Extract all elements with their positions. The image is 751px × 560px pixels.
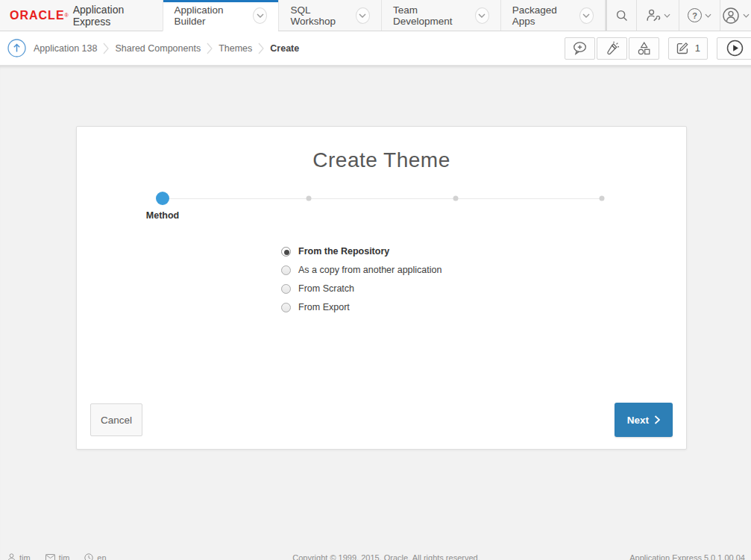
radio-icon[interactable] [281, 284, 291, 294]
administration-menu[interactable] [636, 0, 679, 31]
create-theme-wizard-card: Create Theme Method From the Repository … [76, 126, 687, 450]
main-content: Create Theme Method From the Repository … [0, 66, 751, 560]
tab-label: Application Builder [175, 4, 247, 27]
up-arrow-icon[interactable] [7, 39, 26, 57]
copyright-text: Copyright © 1999, 2015, Oracle. All righ… [292, 553, 480, 560]
play-icon [726, 40, 744, 57]
wizard-progress-train [163, 198, 602, 200]
chevron-down-icon[interactable] [579, 7, 594, 24]
user-icon [722, 7, 740, 25]
breadcrumb: Application 138 Shared Components Themes… [34, 40, 299, 57]
help-icon: ? [688, 8, 702, 22]
help-menu[interactable]: ? [679, 0, 720, 31]
option-label: From the Repository [298, 246, 389, 257]
chevron-right-icon [207, 40, 213, 57]
option-from-scratch[interactable]: From Scratch [281, 283, 442, 294]
chevron-down-icon [743, 13, 750, 18]
chevron-right-icon [103, 40, 109, 57]
oracle-logo: ORACLE [10, 9, 65, 22]
user-account-menu[interactable] [720, 0, 751, 31]
chevron-right-icon [258, 40, 264, 57]
product-name: Application Express [73, 4, 149, 28]
search-button[interactable] [606, 0, 636, 31]
footer-language: en [84, 553, 106, 560]
chevron-right-icon [654, 415, 660, 424]
radio-icon[interactable] [281, 303, 291, 312]
chevron-down-icon[interactable] [475, 7, 489, 24]
tab-label: SQL Workshop [290, 4, 348, 27]
option-copy-from-application[interactable]: As a copy from another application [281, 265, 442, 275]
radio-icon[interactable] [281, 247, 291, 257]
step-dot-2 [307, 196, 312, 201]
tab-sql-workshop[interactable]: SQL Workshop [278, 0, 381, 31]
shapes-icon [636, 41, 652, 55]
tab-label: Packaged Apps [512, 4, 573, 27]
step-dot-3 [453, 196, 458, 201]
footer-user-name: tim [19, 553, 31, 560]
cancel-button[interactable]: Cancel [90, 403, 142, 436]
run-application-button[interactable] [717, 37, 751, 60]
page-footer: tim tim en Copyright © 1999, 2015, Oracl… [0, 552, 751, 560]
breadcrumb-application[interactable]: Application 138 [34, 43, 97, 54]
footer-user: tim [7, 553, 31, 560]
option-label: As a copy from another application [298, 265, 442, 275]
clock-icon [84, 553, 93, 560]
flashlight-icon [604, 41, 620, 56]
edit-page-number: 1 [695, 43, 700, 54]
current-step-label: Method [146, 210, 179, 221]
method-radio-group: From the Repository As a copy from anoth… [281, 246, 442, 321]
option-from-export[interactable]: From Export [281, 302, 442, 312]
version-text: Application Express 5.0.1.00.04 [629, 553, 745, 560]
option-from-repository[interactable]: From the Repository [281, 246, 442, 257]
comment-plus-icon [572, 41, 588, 55]
edit-page-button[interactable]: 1 [668, 37, 708, 60]
chevron-down-icon[interactable] [356, 7, 370, 24]
next-button-label: Next [627, 415, 649, 426]
breadcrumb-shared-components[interactable]: Shared Components [115, 43, 201, 54]
page-toolbar: 1 [563, 37, 751, 60]
breadcrumb-bar: Application 138 Shared Components Themes… [0, 31, 751, 66]
tab-application-builder[interactable]: Application Builder [163, 0, 279, 31]
feedback-button[interactable] [565, 37, 595, 60]
person-icon [7, 553, 16, 560]
train-line [163, 198, 602, 199]
chevron-down-icon [705, 13, 711, 18]
brand: ORACLE® Application Express [0, 0, 163, 31]
top-icon-group: ? [606, 0, 751, 31]
footer-workspace: tim [45, 553, 70, 560]
tab-packaged-apps[interactable]: Packaged Apps [500, 0, 606, 31]
step-dot-method [156, 192, 169, 205]
next-button[interactable]: Next [615, 403, 673, 437]
page-title: Create Theme [77, 148, 686, 172]
admin-icon [645, 8, 661, 22]
envelope-icon [45, 554, 55, 560]
breadcrumb-create: Create [270, 43, 299, 54]
registered-mark: ® [65, 13, 69, 18]
apex-page: ORACLE® Application Express Application … [0, 0, 751, 560]
chevron-down-icon[interactable] [253, 7, 267, 24]
step-dot-4 [600, 196, 605, 201]
breadcrumb-themes[interactable]: Themes [219, 43, 252, 54]
footer-session-info: tim tim en [7, 553, 107, 560]
option-label: From Scratch [298, 283, 354, 294]
spotlight-button[interactable] [597, 37, 627, 60]
chevron-down-icon [664, 13, 670, 18]
option-label: From Export [298, 302, 350, 312]
footer-language-code: en [97, 553, 106, 560]
search-icon [615, 9, 629, 22]
edit-icon [676, 41, 690, 55]
footer-workspace-name: tim [59, 553, 70, 560]
top-navigation-bar: ORACLE® Application Express Application … [0, 0, 751, 31]
shared-components-button[interactable] [629, 37, 659, 60]
tab-team-development[interactable]: Team Development [381, 0, 500, 31]
tab-label: Team Development [393, 4, 468, 27]
radio-icon[interactable] [281, 265, 291, 275]
nav-tabs: Application Builder SQL Workshop Team De… [163, 0, 606, 31]
